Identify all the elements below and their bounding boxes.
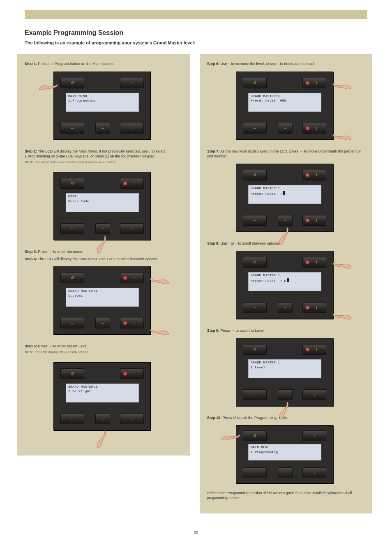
left-button[interactable]: ← xyxy=(243,302,267,313)
keypad-panel: ↺ ↑ GRAND MASTER:1 Preset Level 90% ← → … xyxy=(236,72,333,140)
lcd-line1: GRAND MASTER:1 xyxy=(66,288,139,294)
back-icon: ↺ xyxy=(71,371,74,377)
down-button[interactable]: ↓ xyxy=(302,389,326,400)
right-button[interactable]: → xyxy=(278,215,293,226)
left-button[interactable]: ← xyxy=(243,467,267,478)
lcd-display: GRAND MASTER:1 2.Backlight xyxy=(65,383,139,403)
back-button[interactable]: ↺ xyxy=(243,430,267,441)
left-button[interactable]: ← xyxy=(60,414,84,424)
hand-icon xyxy=(150,326,169,337)
down-button[interactable]: ↓ xyxy=(302,302,326,313)
lcd-line1: MAIN MENU xyxy=(66,93,139,99)
right-button[interactable]: → xyxy=(95,318,110,328)
up-icon: ↑ xyxy=(133,275,135,281)
down-button[interactable]: ↓ xyxy=(120,414,144,424)
lcd-line2: 1.Level xyxy=(248,365,321,370)
step-text-post: to scroll between options. xyxy=(237,241,280,245)
step-text-pre: Use xyxy=(221,241,228,245)
panel-2: ↺ ↑ USER: Enter Code: ← → ↓ xyxy=(46,169,161,247)
up-button[interactable]: ↑ xyxy=(302,257,326,268)
up-button[interactable]: ↑ xyxy=(120,273,144,283)
up-button[interactable]: ↑ xyxy=(302,78,326,88)
hand-icon xyxy=(332,259,352,271)
down-icon: ↓ xyxy=(131,416,133,422)
step-text: Press → to save the Level. xyxy=(221,328,265,333)
hand-icon xyxy=(150,275,169,286)
right-button[interactable]: → xyxy=(95,414,110,424)
up-button[interactable]: ↑ xyxy=(302,430,326,441)
back-button[interactable]: ↺ xyxy=(60,178,84,189)
right-button[interactable]: → xyxy=(278,467,293,478)
right-icon: → xyxy=(101,416,105,422)
status-led xyxy=(306,81,309,84)
step-label: Step 6: xyxy=(207,62,219,66)
lcd-display: MAIN MENU 1.Programming xyxy=(248,444,322,461)
left-button[interactable]: ← xyxy=(60,123,84,134)
step-6: Step 6: Use ↑ to increase the level, or … xyxy=(207,61,365,66)
back-button[interactable]: ↺ xyxy=(243,170,267,180)
left-button[interactable]: ← xyxy=(243,123,267,134)
lcd-line1: GRAND MASTER:1 xyxy=(248,359,321,365)
step-label: Step 10: xyxy=(207,416,221,420)
panel-8: ↺ ↑ GRAND MASTER:1 Preset Level 7.0 ← → … xyxy=(228,247,344,326)
status-led xyxy=(124,322,127,325)
step-text: As the new level is displayed on the LCD… xyxy=(207,149,361,158)
lcd-display: USER: Enter Code: xyxy=(65,193,139,213)
right-button[interactable]: → xyxy=(95,223,110,234)
left-button[interactable]: ← xyxy=(243,215,267,226)
cursor-icon xyxy=(287,278,289,282)
keypad-panel: ↺ ↑ GRAND MASTER:1 1.Level ← → ↓ xyxy=(53,266,151,335)
step-label: Step 2: xyxy=(25,149,37,153)
right-icon: → xyxy=(283,217,287,223)
step-text: Press → to enter the menu. xyxy=(38,250,83,254)
status-led xyxy=(124,182,127,185)
down-button[interactable]: ↓ xyxy=(120,318,144,328)
up-icon: ↑ xyxy=(133,371,135,377)
down-button[interactable]: ↓ xyxy=(120,223,144,234)
down-button[interactable]: ↓ xyxy=(120,123,144,134)
right-icon: → xyxy=(283,305,287,310)
left-button[interactable]: ← xyxy=(243,389,267,400)
keypad-panel: ↺ ↑ GRAND MASTER:1 Preset Level 7.0 ← → … xyxy=(236,251,333,319)
step-label: Step 5: xyxy=(25,344,37,348)
down-button[interactable]: ↓ xyxy=(302,215,326,226)
step-5: Step 5: Press → to enter Preset Level. xyxy=(25,344,182,349)
back-button[interactable]: ↺ xyxy=(243,78,267,88)
back-button[interactable]: ↺ xyxy=(60,78,84,88)
status-led xyxy=(306,348,309,351)
up-button[interactable]: ↑ xyxy=(302,170,326,180)
back-button[interactable]: ↺ xyxy=(243,344,267,355)
left-icon: ← xyxy=(70,416,74,422)
status-led xyxy=(306,306,309,309)
right-button[interactable]: → xyxy=(278,389,293,400)
down-icon: ↓ xyxy=(314,470,316,476)
lcd-line1: USER: xyxy=(66,193,139,199)
step-label: Step 1: xyxy=(25,62,37,66)
down-icon: ↓ xyxy=(316,217,318,223)
down-button[interactable]: ↓ xyxy=(302,467,326,478)
lcd-line2: 1.Level xyxy=(66,294,139,298)
down-icon: ↓ xyxy=(316,305,318,310)
down-button[interactable]: ↓ xyxy=(302,123,326,134)
up-button[interactable]: ↑ xyxy=(302,344,326,355)
hand-icon xyxy=(332,80,352,91)
up-button[interactable]: ↑ xyxy=(120,178,144,189)
lcd-display: GRAND MASTER:1 1.Level xyxy=(248,359,322,379)
back-button[interactable]: ↺ xyxy=(60,273,84,283)
left-button[interactable]: ← xyxy=(60,223,84,234)
keypad-panel: ↺ ↑ MAIN MENU 1.Programming ← → ↓ xyxy=(236,425,333,483)
up-button[interactable]: ↑ xyxy=(120,78,144,88)
step-text: The LCD will display the User Menu. Use … xyxy=(38,257,158,261)
back-button[interactable]: ↺ xyxy=(243,257,267,268)
status-led xyxy=(124,372,127,375)
back-button[interactable]: ↺ xyxy=(60,368,84,379)
left-button[interactable]: ← xyxy=(60,318,84,328)
right-button[interactable]: → xyxy=(95,123,110,134)
step-label: Step 4: xyxy=(25,257,37,261)
left-icon: ← xyxy=(253,217,257,223)
right-icon: → xyxy=(101,226,105,231)
up-button[interactable]: ↑ xyxy=(120,368,144,379)
right-button[interactable]: → xyxy=(278,123,293,134)
lcd-line2: 2.Backlight xyxy=(66,389,139,394)
right-button[interactable]: → xyxy=(278,302,293,313)
